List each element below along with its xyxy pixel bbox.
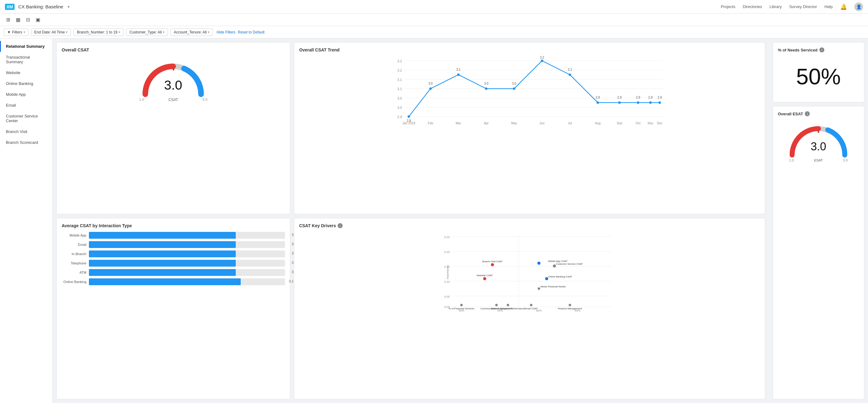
reset-to-default-link[interactable]: Reset to Default (238, 30, 265, 34)
bar-fill (89, 241, 236, 248)
bar-value: 3 (292, 251, 294, 255)
sidebar-item-website[interactable]: Website (0, 67, 52, 78)
account-tenure-filter[interactable]: Account_Tenure: All ▾ (170, 29, 213, 36)
avg-csat-card: Average CSAT by Interaction Type Mobile … (56, 218, 290, 399)
gauge-max: 5.0 (203, 98, 207, 102)
end-date-filter[interactable]: End Date: All Time ▾ (31, 29, 71, 36)
customer-type-filter[interactable]: Customer_Type: All ▾ (126, 29, 168, 36)
sidebar-item-email[interactable]: Email (0, 100, 52, 111)
csat-trend-chart: 3.2 3.2 3.1 3.1 3.0 3.0 2.9 (299, 56, 760, 127)
bar-row: ATM 3 (62, 269, 285, 276)
bar-chart-icon[interactable]: ▦ (13, 16, 22, 24)
bar-value: 3 (292, 242, 294, 246)
grid-icon[interactable]: ⊞ (4, 16, 12, 24)
page-icon[interactable]: ▣ (33, 16, 42, 24)
svg-text:Aug: Aug (595, 121, 600, 125)
svg-text:2.9: 2.9 (595, 96, 600, 99)
account-tenure-chevron-icon: ▾ (208, 30, 209, 34)
bar-track: 3 (89, 232, 285, 239)
sidebar-item-branch-visit[interactable]: Branch Visit (0, 126, 52, 137)
scatter-chart: 0.25 0.20 0.15 0.10 0.05 0.00 Importance… (299, 232, 760, 313)
needs-info-icon[interactable]: i (819, 48, 824, 52)
esat-label-text: ESAT (814, 159, 823, 162)
svg-text:3.0: 3.0 (811, 140, 826, 153)
esat-min: 1.0 (789, 159, 794, 162)
svg-text:0.20: 0.20 (444, 251, 450, 254)
nav-help[interactable]: Help (824, 4, 833, 9)
svg-text:Bank Employees Performance: Bank Employees Performance (491, 307, 525, 310)
customer-type-chevron-icon: ▾ (163, 30, 164, 34)
filters-button[interactable]: ▼ Filters ▾ (4, 29, 29, 36)
sidebar-item-branch-scorecard[interactable]: Branch Scorecard (0, 137, 52, 148)
bar-fill (89, 269, 236, 276)
svg-point-24 (618, 102, 620, 104)
bar-label: Mobile App (62, 233, 86, 237)
svg-text:3.0: 3.0 (428, 82, 432, 85)
svg-text:Customer Service CSAT: Customer Service CSAT (556, 263, 583, 265)
svg-text:3.2: 3.2 (539, 56, 544, 59)
svg-text:Feb: Feb (428, 121, 433, 125)
sidebar: Relational SummaryTransactional SummaryW… (0, 38, 53, 403)
svg-text:3.1: 3.1 (397, 78, 402, 82)
layout-icon[interactable]: ⊟ (24, 16, 32, 24)
bar-chart: Mobile App 3 Email 3 In-Branch 3 Telepho… (62, 232, 285, 285)
sidebar-item-mobile-app[interactable]: Mobile App (0, 89, 52, 100)
sidebar-item-online-banking[interactable]: Online Banking (0, 78, 52, 89)
gauge-container: 3.0 1.0 CSAT 5.0 (62, 56, 285, 105)
svg-text:Importance: Importance (446, 265, 449, 279)
svg-point-25 (637, 102, 639, 104)
svg-point-21 (540, 59, 543, 62)
sidebar-item-transactional-summary[interactable]: Transactional Summary (0, 52, 52, 67)
svg-text:2.9: 2.9 (636, 96, 640, 99)
svg-point-85 (495, 304, 497, 306)
needs-title: % of Needs Serviced (778, 48, 817, 52)
gauge-min: 1.0 (139, 98, 144, 102)
esat-info-icon[interactable]: i (805, 111, 810, 116)
svg-text:3.2: 3.2 (397, 59, 402, 63)
right-panel: % of Needs Serviced i 50% Overall ESAT i… (769, 38, 868, 403)
bar-label: Email (62, 243, 86, 247)
svg-point-81 (537, 287, 540, 290)
end-date-chevron-icon: ▾ (66, 30, 67, 34)
svg-text:Jan 2018: Jan 2018 (402, 121, 415, 125)
svg-point-89 (530, 304, 532, 306)
svg-text:0.10: 0.10 (444, 280, 450, 283)
svg-text:2.9: 2.9 (657, 96, 662, 99)
svg-point-26 (649, 102, 651, 104)
bar-track: 3.1 (89, 278, 285, 285)
nav-survey-director[interactable]: Survey Director (789, 4, 817, 9)
branch-number-filter[interactable]: Branch_Number: 1 to 19 ▾ (73, 29, 124, 36)
bar-track: 3 (89, 260, 285, 267)
sidebar-item-customer-service[interactable]: Customer Service Center (0, 111, 52, 126)
svg-text:Nov: Nov (647, 121, 653, 125)
svg-text:2.9: 2.9 (617, 96, 621, 99)
branch-chevron-icon: ▾ (119, 30, 120, 34)
svg-text:3.0: 3.0 (397, 96, 402, 100)
nav-directories[interactable]: Directories (743, 4, 762, 9)
branch-number-label: Branch_Number: 1 to 19 (77, 30, 117, 34)
avatar[interactable]: 👤 (855, 2, 863, 11)
sidebar-item-relational-summary[interactable]: Relational Summary (0, 41, 52, 52)
svg-text:3.0: 3.0 (484, 82, 488, 85)
key-drivers-info-icon[interactable]: i (338, 223, 343, 228)
header-nav: Projects Directories Library Survey Dire… (721, 2, 863, 11)
end-date-label: End Date: All Time (34, 30, 65, 34)
header: XM CX Banking: Baseline ▼ Projects Direc… (0, 0, 868, 13)
bar-value: 3 (292, 233, 294, 236)
title-chevron-icon[interactable]: ▼ (67, 5, 70, 9)
bar-row: Telephone 3 (62, 260, 285, 267)
svg-point-20 (513, 87, 515, 90)
bar-row: Email 3 (62, 241, 285, 248)
nav-projects[interactable]: Projects (721, 4, 736, 9)
svg-point-18 (457, 74, 459, 76)
svg-text:Jul: Jul (568, 121, 572, 125)
notification-icon[interactable]: 🔔 (840, 3, 847, 10)
bar-fill (89, 232, 236, 239)
nav-library[interactable]: Library (770, 4, 782, 9)
gauge-svg: 3.0 (139, 59, 207, 99)
svg-point-16 (407, 115, 410, 118)
hide-filters-link[interactable]: Hide Filters (217, 30, 236, 34)
svg-point-23 (596, 102, 599, 104)
svg-text:3.1: 3.1 (397, 87, 402, 91)
content-grid: Overall CSAT 3.0 1.0 CSAT 5 (53, 38, 769, 403)
